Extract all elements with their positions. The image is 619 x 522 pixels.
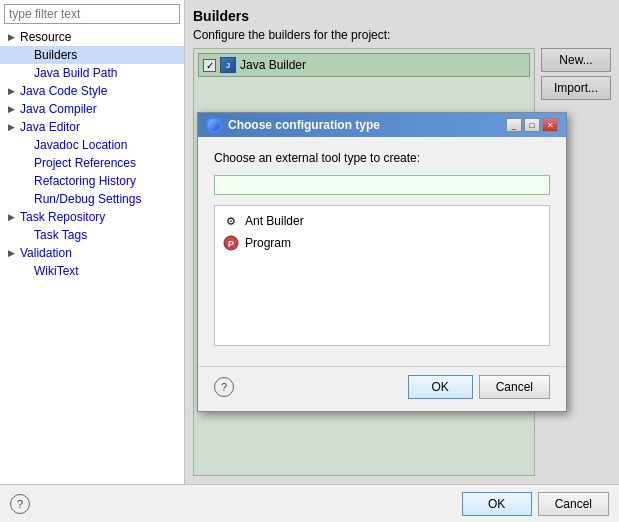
modal-help-button[interactable]: ? [214, 377, 234, 397]
sidebar-item-task-tags[interactable]: Task Tags [0, 226, 184, 244]
sidebar-item-java-compiler[interactable]: Java Compiler [0, 100, 184, 118]
sidebar-item-builders[interactable]: Builders [0, 46, 184, 64]
sidebar-item-run-debug-settings[interactable]: Run/Debug Settings [0, 190, 184, 208]
sidebar-item-javadoc-location[interactable]: Javadoc Location [0, 136, 184, 154]
sidebar-item-label: Java Code Style [20, 84, 107, 98]
sidebar-item-label: Refactoring History [34, 174, 136, 188]
sidebar-item-label: Java Compiler [20, 102, 97, 116]
modal-footer: ? OK Cancel [198, 366, 566, 411]
content-area: Builders Configure the builders for the … [185, 0, 619, 484]
arrow-icon [8, 122, 18, 132]
sidebar-item-project-references[interactable]: Project References [0, 154, 184, 172]
sidebar-item-label: Run/Debug Settings [34, 192, 141, 206]
sidebar-item-label: Builders [34, 48, 77, 62]
sidebar-item-label: Project References [34, 156, 136, 170]
modal-dialog: Choose configuration type _ □ ✕ Choose a… [197, 112, 567, 412]
sidebar-item-label: Task Repository [20, 210, 105, 224]
modal-overlay: Choose configuration type _ □ ✕ Choose a… [185, 0, 619, 484]
main-container: Resource Builders Java Build Path Java C… [0, 0, 619, 484]
modal-list[interactable]: ⚙ Ant Builder P Program [214, 205, 550, 346]
sidebar-item-label: Java Build Path [34, 66, 117, 80]
sidebar-item-label: Validation [20, 246, 72, 260]
sidebar-item-label: WikiText [34, 264, 79, 278]
tree-container: Resource Builders Java Build Path Java C… [0, 28, 184, 484]
sidebar-item-wikitext[interactable]: WikiText [0, 262, 184, 280]
arrow-icon [8, 212, 18, 222]
modal-controls: _ □ ✕ [506, 118, 558, 132]
help-icon[interactable]: ? [10, 494, 30, 514]
ok-button[interactable]: OK [462, 492, 532, 516]
filter-input[interactable] [4, 4, 180, 24]
modal-list-item-ant[interactable]: ⚙ Ant Builder [219, 210, 545, 232]
program-label: Program [245, 236, 291, 250]
sidebar-item-java-code-style[interactable]: Java Code Style [0, 82, 184, 100]
sidebar-item-task-repository[interactable]: Task Repository [0, 208, 184, 226]
modal-title-area: Choose configuration type [206, 117, 380, 133]
modal-search-input[interactable] [214, 175, 550, 195]
modal-close-button[interactable]: ✕ [542, 118, 558, 132]
sidebar-item-validation[interactable]: Validation [0, 244, 184, 262]
modal-body: Choose an external tool type to create: … [198, 137, 566, 360]
sidebar-item-resource[interactable]: Resource [0, 28, 184, 46]
modal-maximize-button[interactable]: □ [524, 118, 540, 132]
modal-description: Choose an external tool type to create: [214, 151, 550, 165]
modal-title-text: Choose configuration type [228, 118, 380, 132]
sidebar-item-label: Task Tags [34, 228, 87, 242]
modal-list-item-program[interactable]: P Program [219, 232, 545, 254]
ant-builder-icon: ⚙ [223, 213, 239, 229]
modal-titlebar: Choose configuration type _ □ ✕ [198, 113, 566, 137]
sidebar-item-label: Javadoc Location [34, 138, 127, 152]
ant-builder-label: Ant Builder [245, 214, 304, 228]
sidebar-item-java-build-path[interactable]: Java Build Path [0, 64, 184, 82]
arrow-icon [8, 32, 18, 42]
arrow-icon [8, 248, 18, 258]
sidebar-item-refactoring-history[interactable]: Refactoring History [0, 172, 184, 190]
bottom-bar: ? OK Cancel [0, 484, 619, 522]
arrow-icon [8, 104, 18, 114]
cancel-button[interactable]: Cancel [538, 492, 609, 516]
modal-action-buttons: OK Cancel [408, 375, 550, 399]
modal-minimize-button[interactable]: _ [506, 118, 522, 132]
modal-cancel-button[interactable]: Cancel [479, 375, 550, 399]
svg-text:P: P [228, 239, 234, 249]
modal-ok-button[interactable]: OK [408, 375, 473, 399]
arrow-icon [8, 86, 18, 96]
program-icon: P [223, 235, 239, 251]
sidebar: Resource Builders Java Build Path Java C… [0, 0, 185, 484]
sidebar-item-java-editor[interactable]: Java Editor [0, 118, 184, 136]
sidebar-item-label: Java Editor [20, 120, 80, 134]
modal-title-icon [206, 117, 222, 133]
sidebar-item-label: Resource [20, 30, 71, 44]
